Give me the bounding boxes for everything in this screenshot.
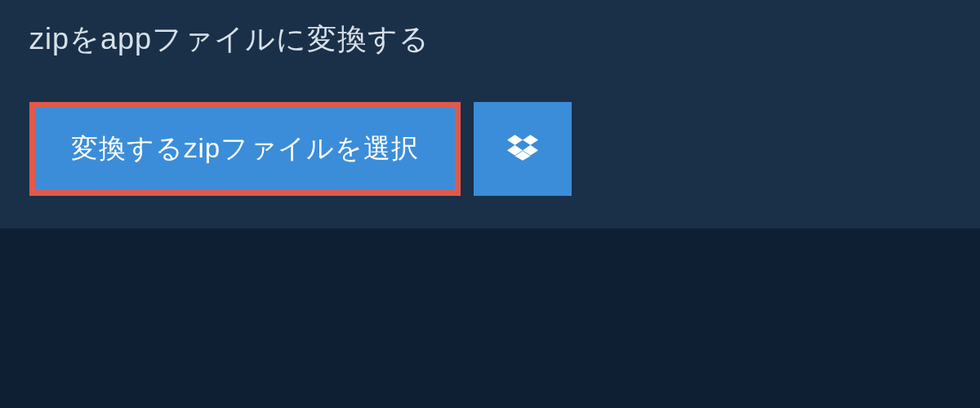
select-file-button[interactable]: 変換するzipファイルを選択 — [29, 102, 461, 196]
heading-container: zipをappファイルに変換する — [0, 0, 459, 79]
page-title: zipをappファイルに変換する — [29, 20, 430, 60]
button-row: 変換するzipファイルを選択 — [0, 79, 980, 196]
select-file-button-label: 変換するzipファイルを選択 — [71, 131, 419, 167]
conversion-panel: zipをappファイルに変換する 変換するzipファイルを選択 — [0, 0, 980, 228]
dropbox-icon — [507, 132, 538, 166]
dropbox-button[interactable] — [474, 102, 572, 196]
